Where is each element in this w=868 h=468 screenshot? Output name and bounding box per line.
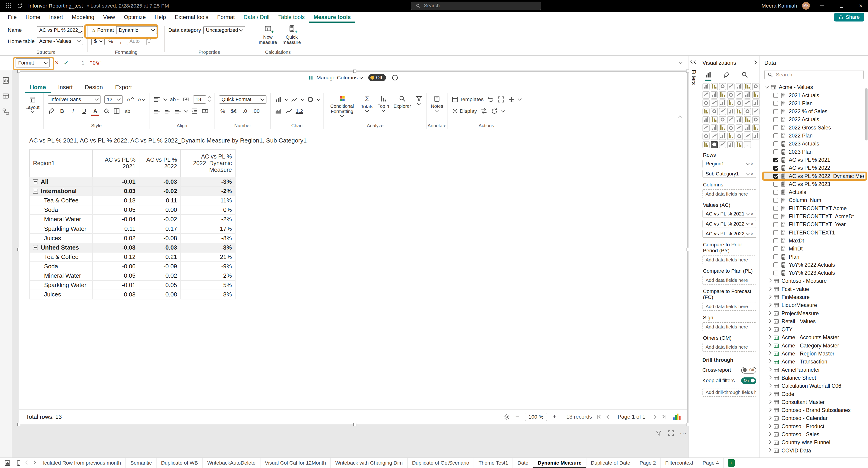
data-field-2023-plan[interactable]: 2023 Plan <box>764 148 863 156</box>
borders-icon[interactable] <box>113 107 120 114</box>
get-more-visuals-button[interactable]: … <box>744 141 751 148</box>
visual-type-icon[interactable] <box>703 133 710 140</box>
visual-type-icon[interactable] <box>703 141 710 148</box>
visual-type-icon[interactable] <box>711 125 718 132</box>
visual-type-icon[interactable] <box>711 83 718 90</box>
field-drop-slot-sign[interactable]: Add data fields here <box>703 322 756 331</box>
visual-type-icon[interactable] <box>727 116 734 123</box>
field-drop-slot-compare-to-prior-period-py[interactable]: Add data fields here <box>703 256 756 264</box>
data-table-calculation-waterfall-c06[interactable]: Calculation Waterfall C06 <box>764 382 863 390</box>
bold-button[interactable]: B <box>58 107 66 115</box>
data-field-2022-actuals[interactable]: 2022 Actuals <box>764 115 863 124</box>
page-tab-visual-col-cal-for-12month[interactable]: Visual Col Cal for 12Month <box>260 458 331 468</box>
visual-type-icon[interactable] <box>727 83 734 90</box>
data-table-contoso-sales[interactable]: Contoso - Sales <box>764 431 863 438</box>
vertical-align-icon[interactable] <box>153 96 160 103</box>
minimize-button[interactable] <box>815 0 829 12</box>
filters-pane-collapsed[interactable]: Filters <box>688 56 699 458</box>
table-row-sparkling-water[interactable]: Sparkling Water0.110.1717% <box>30 224 236 233</box>
visual-type-icon[interactable] <box>727 100 734 107</box>
resize-handle[interactable] <box>17 423 21 426</box>
resize-handle[interactable] <box>686 423 689 426</box>
totals-button[interactable]: Σ Totals <box>361 95 373 112</box>
table-row-juices[interactable]: Juices-0.03-0.08-8% <box>30 290 236 299</box>
field-checkbox[interactable] <box>773 198 778 203</box>
visual-type-icon[interactable] <box>752 108 759 115</box>
wrap-text-button[interactable]: ab <box>170 95 179 104</box>
indent-icon[interactable] <box>191 107 198 114</box>
scrollbar-thumb[interactable] <box>865 88 868 141</box>
visual-type-icon[interactable] <box>727 133 734 140</box>
resize-handle[interactable] <box>353 423 356 426</box>
share-button[interactable]: Share <box>834 13 864 22</box>
autosave-sync-icon[interactable] <box>17 3 23 9</box>
field-checkbox[interactable] <box>773 117 778 122</box>
data-field-yoy-2022-actuals[interactable]: YoY% 2022 Actuals <box>764 261 863 269</box>
field-checkbox[interactable] <box>773 238 778 243</box>
visual-type-icon[interactable] <box>736 125 743 132</box>
report-view-icon[interactable] <box>2 77 9 84</box>
collapse-pane-icon[interactable] <box>753 60 757 64</box>
report-pages-icon[interactable] <box>4 460 10 466</box>
area-chart-icon[interactable] <box>275 107 282 114</box>
data-field-ac-vs-pl-2023[interactable]: AC vs PL % 2023 <box>764 180 863 188</box>
data-field-filtercontext-acme[interactable]: FILTERCONTEXT Acme <box>764 204 863 212</box>
data-table-liquormeasure[interactable]: LiquorMeasure <box>764 301 863 309</box>
ribbon-tab-insert[interactable]: Insert <box>44 12 67 23</box>
ribbon-tab-optimize[interactable]: Optimize <box>120 12 150 23</box>
visual-type-icon[interactable] <box>736 100 743 107</box>
new-page-button[interactable]: + <box>728 459 735 466</box>
commit-formula-icon[interactable]: ✓ <box>64 59 69 67</box>
merge-cells-icon[interactable] <box>182 96 189 103</box>
table-row-sparkling-water[interactable]: Sparkling Water-0.010.055% <box>30 280 236 290</box>
expand-formula-bar-icon[interactable] <box>679 60 683 64</box>
cancel-formula-icon[interactable]: × <box>55 59 59 67</box>
prev-page-button[interactable] <box>607 415 610 418</box>
visual-type-icon[interactable] <box>703 91 710 98</box>
data-field-filtercontext1[interactable]: FILTERCONTEXT1 <box>764 229 863 236</box>
increase-decimal-button[interactable]: .00 <box>252 107 260 115</box>
visual-type-icon[interactable] <box>719 141 726 148</box>
visual-type-icon[interactable] <box>736 83 743 90</box>
quick-measure-button[interactable]: + Quick measure <box>282 25 302 45</box>
visual-type-icon[interactable] <box>711 100 718 107</box>
new-measure-button[interactable]: + New measure <box>258 25 277 45</box>
visual-type-icon[interactable] <box>736 116 743 123</box>
table-view-icon[interactable] <box>2 92 9 100</box>
field-checkbox[interactable] <box>773 158 778 163</box>
field-drop-slot-others-om[interactable]: Add data fields here <box>703 343 756 352</box>
data-field-mindt[interactable]: MinDt <box>764 245 863 253</box>
field-checkbox[interactable] <box>773 101 778 106</box>
ribbon-tab-help[interactable]: Help <box>150 12 170 23</box>
data-field-column-num[interactable]: Column_Num <box>764 196 863 204</box>
visual-type-icon[interactable] <box>719 133 726 140</box>
align-center-icon[interactable] <box>164 107 171 114</box>
data-field-2022-plan[interactable]: 2022 Plan <box>764 132 863 140</box>
inforiver-visual[interactable]: Manage Columns Off HomeInsertDesignExpor… <box>19 71 687 424</box>
data-category-dropdown[interactable]: Uncategorized <box>203 26 245 34</box>
visual-type-icon[interactable] <box>703 83 710 90</box>
field-checkbox[interactable] <box>773 166 778 171</box>
field-checkbox[interactable] <box>773 262 778 267</box>
explorer-button[interactable]: Explorer <box>394 95 411 109</box>
currency-format-button[interactable]: $ <box>91 37 104 45</box>
visual-type-icon[interactable] <box>752 133 759 140</box>
italic-button[interactable]: I <box>69 107 77 115</box>
field-checkbox[interactable] <box>773 214 778 219</box>
resize-handle[interactable] <box>17 70 21 73</box>
interactivity-toggle[interactable]: Off <box>368 74 386 81</box>
resize-handle[interactable] <box>353 70 356 73</box>
merge-icon[interactable] <box>202 107 209 114</box>
visual-type-icon[interactable] <box>711 133 718 140</box>
visual-type-icon[interactable] <box>719 83 726 90</box>
visual-type-icon[interactable] <box>703 116 710 123</box>
data-table-acmeparameter[interactable]: AcmeParameter <box>764 366 863 374</box>
data-table-contoso-measure[interactable]: Contoso - Measure <box>764 277 863 285</box>
first-page-button[interactable] <box>597 415 601 419</box>
data-field-yoy-2023-actuals[interactable]: YoY% 2023 Actuals <box>764 269 863 277</box>
field-checkbox[interactable] <box>773 254 778 259</box>
page-tab-page-2[interactable]: Page 2 <box>635 458 661 468</box>
ribbon-tab-home[interactable]: Home <box>21 12 44 23</box>
visual-filter-icon[interactable] <box>655 430 662 436</box>
visual-type-icon[interactable] <box>719 125 726 132</box>
